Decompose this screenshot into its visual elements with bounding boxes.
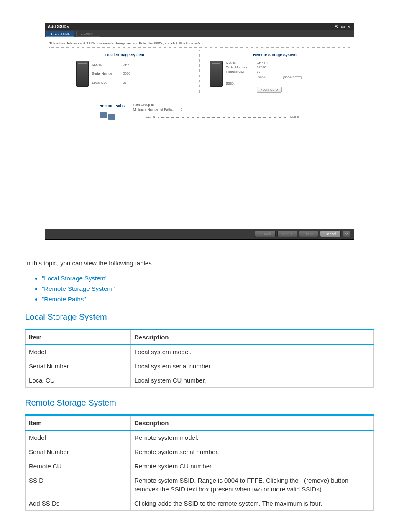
table-row: Local CU Local system CU number. — [26, 373, 374, 388]
link-remote-paths[interactable]: "Remote Paths" — [42, 296, 86, 303]
section-heading-local: Local Storage System — [25, 311, 374, 323]
local-heading: Local Storage System — [51, 52, 198, 59]
link-remote-storage[interactable]: "Remote Storage System" — [42, 285, 115, 292]
tab-confirm: 2.Confirm — [76, 31, 100, 37]
ssid-range-hint: (0004-FFFE) — [283, 75, 302, 79]
remote-cu-value: 07 — [257, 70, 302, 74]
col-item: Item — [26, 415, 131, 430]
table-row: SSID Remote system SSID. Range is 0004 t… — [26, 473, 374, 496]
wizard-screenshot: Add SSIDs ⇱ ▭ ✕ 1.Add SSIDs 2.Confirm Th… — [45, 23, 354, 240]
local-cu-value: 07 — [123, 81, 130, 85]
min-paths-label: Minimum Number of Paths: — [133, 108, 179, 111]
close-icon[interactable]: ✕ — [346, 24, 351, 29]
remote-model-value: XP7 (7) — [257, 61, 302, 64]
wizard-title: Add SSIDs — [48, 24, 69, 29]
help-button[interactable]: ? — [343, 231, 350, 237]
table-row: Add SSIDs Clicking adds the SSID to the … — [26, 496, 374, 511]
add-ssid-button[interactable]: + Add SSID — [257, 87, 282, 93]
window-controls: ⇱ ▭ ✕ — [334, 24, 351, 29]
wizard-titlebar: Add SSIDs ⇱ ▭ ✕ — [45, 23, 354, 30]
port-left: CL7-B — [146, 115, 155, 118]
table-row: Remote CU Remote system CU number. — [26, 459, 374, 473]
local-storage-table: Item Description Model Local system mode… — [25, 329, 374, 388]
path-group-id-label: Path Group ID: — [133, 103, 179, 107]
local-model-value: XP7 — [123, 63, 130, 67]
port-right: CL8-B — [290, 115, 299, 118]
min-paths-value: 1 — [181, 108, 182, 111]
remote-storage-table: Item Description Model Remote system mod… — [25, 414, 374, 511]
table-row: Serial Number Local system serial number… — [26, 359, 374, 373]
cancel-button[interactable]: Cancel — [320, 231, 341, 237]
remote-ssid-label: SSID: — [226, 82, 255, 85]
wizard-steps: 1.Add SSIDs 2.Confirm — [45, 30, 354, 37]
server-icon — [76, 61, 89, 87]
table-row: Model Remote system model. — [26, 430, 374, 445]
remote-paths-panel: Remote Paths Path Group ID: - Minimum Nu… — [49, 100, 350, 118]
ssid-input-2[interactable] — [257, 80, 280, 85]
remote-model-label: Model: — [226, 61, 255, 64]
local-serial-value: 2650 — [123, 72, 130, 75]
remote-storage-panel: Remote Storage System Model: XP7 (7) Ser… — [200, 50, 350, 94]
restore-icon[interactable]: ▭ — [340, 24, 345, 29]
table-row: Serial Number Remote system serial numbe… — [26, 445, 374, 459]
finish-button[interactable]: Finish — [299, 231, 318, 237]
intro-text: In this topic, you can view the followin… — [25, 259, 374, 267]
ssid-input[interactable] — [257, 75, 280, 80]
table-row: Model Local system model. — [26, 344, 374, 359]
col-item: Item — [26, 329, 131, 344]
local-serial-label: Serial Number: — [92, 72, 121, 75]
col-description: Description — [131, 329, 374, 344]
server-icon — [210, 61, 223, 87]
remote-serial-value: 02650 — [257, 65, 302, 69]
local-storage-panel: Local Storage System Model: XP7 Serial N… — [49, 50, 200, 94]
next-button[interactable]: Next > — [277, 231, 297, 237]
remote-heading: Remote Storage System — [202, 52, 348, 59]
section-heading-remote: Remote Storage System — [25, 397, 374, 409]
remote-serial-label: Serial Number: — [226, 65, 255, 69]
topic-links-list: "Local Storage System" "Remote Storage S… — [25, 274, 374, 303]
local-cu-label: Local CU: — [92, 81, 121, 85]
local-model-label: Model: — [92, 63, 121, 67]
wizard-instruction: This wizard lets you add SSIDs to a remo… — [49, 40, 350, 48]
remote-paths-heading: Remote Paths — [100, 103, 129, 108]
tab-add-ssids[interactable]: 1.Add SSIDs — [46, 31, 74, 37]
path-connection-icon — [100, 110, 116, 122]
unpin-icon[interactable]: ⇱ — [334, 24, 339, 29]
col-description: Description — [131, 415, 374, 430]
wizard-footer: < Back Next > Finish Cancel ? — [45, 229, 354, 239]
link-local-storage[interactable]: "Local Storage System" — [42, 275, 107, 282]
path-group-id-value: - — [181, 103, 182, 107]
back-button[interactable]: < Back — [255, 231, 276, 237]
remote-cu-label: Remote CU: — [226, 70, 255, 74]
